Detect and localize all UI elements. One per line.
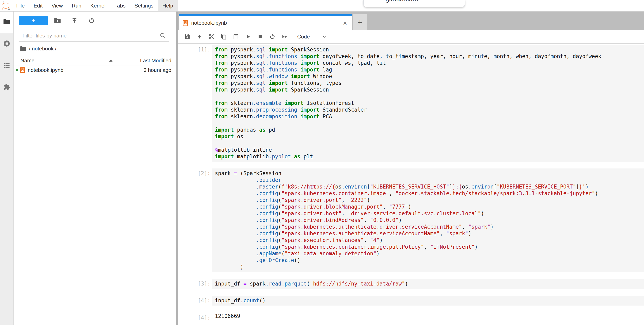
menu-item-edit[interactable]: Edit bbox=[29, 0, 47, 11]
code-line: import pandas as pd bbox=[215, 127, 644, 133]
code-line: .config("spark.kubernetes.container.imag… bbox=[215, 190, 644, 197]
notebook-cells: [1]:from pyspark.sql import SparkSession… bbox=[178, 44, 644, 325]
file-name: notebook.ipynb bbox=[28, 67, 63, 73]
notebook-panel: notebook.ipynb × + bbox=[178, 12, 644, 325]
tab-title: notebook.ipynb bbox=[191, 20, 227, 26]
code-line: from pyspark.sql import functions, types bbox=[215, 80, 644, 87]
running-icon bbox=[3, 40, 10, 47]
files-tab[interactable] bbox=[0, 17, 13, 27]
restart-icon bbox=[269, 34, 275, 40]
save-button[interactable] bbox=[184, 33, 191, 41]
menu-item-tabs[interactable]: Tabs bbox=[110, 0, 130, 11]
files-icon bbox=[3, 19, 10, 25]
code-line: .config("spark.kubernetes.container.imag… bbox=[215, 244, 644, 250]
cell-input[interactable]: input_df = spark.read.parquet("hdfs://hd… bbox=[212, 279, 644, 289]
file-browser: + bbox=[14, 12, 176, 325]
toc-icon bbox=[3, 62, 10, 69]
tab-bar: notebook.ipynb × + bbox=[178, 12, 644, 30]
refresh-button[interactable] bbox=[87, 16, 96, 25]
main-menu: File Edit View Run Kernel Tabs Settings … bbox=[12, 0, 178, 11]
upload-icon bbox=[71, 18, 78, 24]
add-cell-button[interactable] bbox=[196, 33, 203, 41]
code-line: input_df.count() bbox=[215, 297, 644, 304]
new-launcher-button[interactable]: + bbox=[19, 16, 48, 25]
code-line: .config("spark.kubernetes.authenticate.d… bbox=[215, 224, 644, 230]
extensions-tab[interactable] bbox=[0, 82, 13, 92]
run-icon bbox=[245, 34, 251, 40]
menu-item-help[interactable]: Help bbox=[158, 0, 178, 11]
cell-prompt: [2]: bbox=[178, 168, 212, 272]
code-line: .builder bbox=[215, 177, 644, 183]
activity-bar bbox=[0, 12, 14, 325]
upload-button[interactable] bbox=[70, 16, 79, 25]
file-modified: 3 hours ago bbox=[122, 67, 176, 73]
cut-cells-button[interactable] bbox=[208, 33, 216, 41]
code-line: import matplotlib.pyplot as plt bbox=[215, 153, 644, 160]
code-cell: [1]:from pyspark.sql import SparkSession… bbox=[178, 45, 644, 162]
name-column-label: Name bbox=[20, 58, 34, 64]
code-line: from sklearn.preprocessing import Standa… bbox=[215, 107, 644, 113]
new-tab-button[interactable]: + bbox=[353, 14, 367, 30]
popup-site-label: github.com bbox=[386, 0, 418, 3]
notebook-toolbar: Code bbox=[178, 30, 644, 44]
code-line: from pyspark.sql import SparkSession bbox=[215, 46, 644, 53]
breadcrumb-path[interactable]: / notebook / bbox=[29, 46, 56, 52]
notebook-file-icon bbox=[20, 67, 25, 73]
table-of-contents-tab[interactable] bbox=[0, 61, 13, 70]
file-row[interactable]: notebook.ipynb 3 hours ago bbox=[14, 65, 176, 75]
close-icon[interactable]: × bbox=[341, 20, 348, 27]
output-prompt: [4]: bbox=[178, 313, 212, 321]
cell-input[interactable]: input_df.count() bbox=[212, 296, 644, 305]
output-text: 12106669 bbox=[212, 313, 644, 321]
code-line: .config("spark.driver.port", "2222") bbox=[215, 197, 644, 203]
search-icon bbox=[160, 32, 166, 40]
menu-item-run[interactable]: Run bbox=[67, 0, 86, 11]
code-line: from sklearn.decomposition import PCA bbox=[215, 113, 644, 120]
running-dot bbox=[16, 69, 18, 71]
copy-icon bbox=[221, 34, 227, 40]
code-line: .appName("taxi-data-anomaly-detection") bbox=[215, 250, 644, 257]
code-line bbox=[215, 120, 644, 127]
menu-item-view[interactable]: View bbox=[47, 0, 67, 11]
column-header-modified[interactable]: Last Modified bbox=[122, 58, 176, 64]
code-cell: [2]:spark = (SparkSession .builder .mast… bbox=[178, 168, 644, 272]
paste-cells-button[interactable] bbox=[232, 33, 240, 41]
code-line: .config("spark.driver.host", "driver-ser… bbox=[215, 210, 644, 217]
column-header-name[interactable]: Name bbox=[14, 56, 122, 65]
tab-notebook[interactable]: notebook.ipynb × bbox=[179, 14, 352, 30]
browser-popup: github.com bbox=[364, 0, 465, 7]
cell-type-value: Code bbox=[297, 34, 310, 40]
running-kernels-tab[interactable] bbox=[0, 39, 13, 48]
cut-icon bbox=[208, 34, 215, 40]
code-line: .config("spark.driver.bindAddress", "0.0… bbox=[215, 217, 644, 224]
cell-type-dropdown[interactable]: Code bbox=[297, 34, 327, 40]
cell-prompt: [1]: bbox=[178, 45, 212, 162]
panel-splitter[interactable] bbox=[176, 12, 178, 325]
filter-row bbox=[14, 30, 176, 42]
cell-prompt: [3]: bbox=[178, 279, 212, 289]
cell-input[interactable]: from pyspark.sql import SparkSessionfrom… bbox=[212, 45, 644, 162]
notebook-tab-icon bbox=[183, 20, 188, 26]
restart-run-all-button[interactable] bbox=[280, 33, 288, 41]
run-cell-button[interactable] bbox=[244, 33, 252, 41]
new-folder-button[interactable] bbox=[53, 16, 62, 25]
code-line: ) bbox=[215, 264, 644, 270]
save-icon bbox=[184, 34, 190, 40]
code-line: from pyspark.sql.functions import dayofw… bbox=[215, 53, 644, 60]
menu-item-kernel[interactable]: Kernel bbox=[86, 0, 110, 11]
jupyter-logo bbox=[0, 0, 12, 11]
copy-cells-button[interactable] bbox=[220, 33, 228, 41]
menu-item-settings[interactable]: Settings bbox=[130, 0, 158, 11]
code-line: %matplotlib inline bbox=[215, 147, 644, 153]
code-line: .config("spark.driver.blockManager.port"… bbox=[215, 203, 644, 210]
code-line: .config("spark.executor.instances", "4") bbox=[215, 237, 644, 244]
add-tab-icon: + bbox=[358, 18, 362, 27]
filter-files-input[interactable] bbox=[19, 30, 169, 42]
interrupt-kernel-button[interactable] bbox=[256, 33, 264, 41]
menu-item-file[interactable]: File bbox=[12, 0, 29, 11]
home-folder-icon[interactable] bbox=[20, 46, 26, 51]
restart-kernel-button[interactable] bbox=[268, 33, 276, 41]
cell-input[interactable]: spark = (SparkSession .builder .master(f… bbox=[212, 168, 644, 272]
run-all-icon bbox=[281, 34, 288, 40]
stop-icon bbox=[257, 34, 263, 40]
